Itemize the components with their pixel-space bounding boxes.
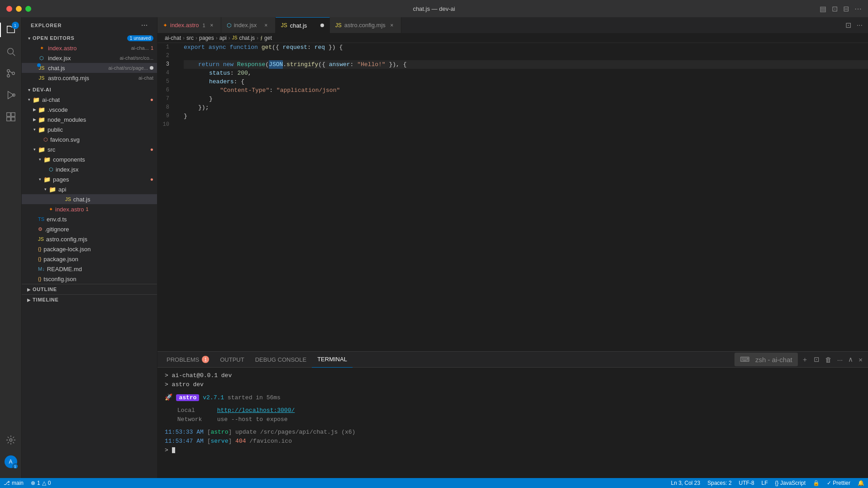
open-editor-index-jsx[interactable]: ⬡ index.jsx ai-chat/src/co...: [22, 53, 157, 63]
line-num-4: 4: [157, 69, 176, 77]
new-terminal-icon[interactable]: ＋: [800, 354, 810, 366]
status-notifications[interactable]: 🔔: [854, 478, 868, 488]
local-url[interactable]: http://localhost:3000/: [217, 407, 295, 414]
folder-components[interactable]: ▾ 📁 components: [22, 154, 157, 164]
tab-close[interactable]: ×: [388, 22, 396, 29]
more-options-icon[interactable]: ···: [141, 22, 148, 29]
activity-search[interactable]: [0, 41, 22, 62]
breadcrumb-get[interactable]: get: [264, 35, 272, 41]
close-button[interactable]: [6, 6, 12, 12]
file-chat-js[interactable]: JS chat.js: [22, 194, 157, 204]
file-index-astro-pages[interactable]: ✦ index.astro 1: [22, 204, 157, 214]
shell-indicator[interactable]: ⌨ zsh - ai-chat: [734, 353, 798, 366]
dev-ai-section[interactable]: ▾ DEV-AI: [22, 85, 157, 95]
layout-icon[interactable]: ⊡: [832, 5, 838, 13]
activity-account[interactable]: A 1: [0, 453, 22, 474]
status-branch[interactable]: ⎇ main: [0, 478, 27, 488]
panel-tab-terminal[interactable]: TERMINAL: [312, 352, 353, 368]
folder-src[interactable]: ▾ 📁 src ●: [22, 144, 157, 154]
activity-settings[interactable]: [0, 429, 22, 451]
file-index-jsx-components[interactable]: ⬡ index.jsx: [22, 164, 157, 174]
network-text: use --host to expose: [217, 416, 288, 423]
astro-badge: astro: [176, 394, 199, 401]
breadcrumb-chat-js[interactable]: chat.js: [239, 35, 255, 41]
breadcrumb-pages[interactable]: pages: [199, 35, 214, 41]
file-favicon-svg[interactable]: ⬡ favicon.svg: [22, 134, 157, 144]
more-icon[interactable]: ···: [835, 354, 845, 365]
breadcrumb-api[interactable]: api: [219, 35, 227, 41]
code-content[interactable]: export async function get({ request: req…: [180, 43, 868, 351]
activity-extensions[interactable]: [0, 106, 22, 128]
more-icon[interactable]: ⋯: [854, 5, 862, 13]
status-prettier[interactable]: ✓ Prettier: [823, 478, 854, 488]
line-num-9: 9: [157, 112, 176, 120]
tab-astro-config[interactable]: JS astro.config.mjs ×: [330, 17, 401, 33]
timeline-header[interactable]: ▶ TIMELINE: [22, 295, 157, 305]
folder-public[interactable]: ▾ 📁 public: [22, 124, 157, 134]
panels-icon[interactable]: ⊟: [843, 5, 849, 13]
activity-explorer[interactable]: 1: [0, 19, 22, 41]
breadcrumb-src[interactable]: src: [186, 35, 194, 41]
more-icon[interactable]: ···: [855, 19, 864, 31]
avatar: A 1: [5, 455, 17, 468]
open-editor-path: ai-chat/src/page...: [109, 65, 148, 71]
terminal-line: > astro dev: [165, 380, 861, 389]
tab-index-astro[interactable]: ✦ index.astro 1 ×: [157, 17, 221, 33]
panel-tab-problems[interactable]: PROBLEMS 1: [161, 352, 215, 368]
code-editor[interactable]: 1 2 3 4 5 6 7 8 9 10 export async functi…: [157, 43, 868, 351]
delete-terminal-icon[interactable]: 🗑: [823, 354, 834, 365]
file-gitignore[interactable]: ⚙ .gitignore: [22, 224, 157, 234]
path-text: /favicon.ico: [249, 438, 292, 445]
file-readme[interactable]: M↓ README.md: [22, 264, 157, 274]
split-terminal-icon[interactable]: ⊡: [812, 354, 821, 365]
status-lock[interactable]: 🔒: [809, 478, 823, 488]
folder-api[interactable]: ▾ 📁 api: [22, 184, 157, 194]
open-editor-astro-config[interactable]: JS astro.config.mjs ai-chat: [22, 73, 157, 83]
folder-vscode[interactable]: ▶ 📁 .vscode: [22, 105, 157, 115]
file-env-dts[interactable]: TS env.d.ts: [22, 214, 157, 224]
tab-label: index.astro: [170, 22, 199, 29]
file-astro-config[interactable]: JS astro.config.mjs: [22, 234, 157, 244]
panel-close-icon[interactable]: ×: [857, 354, 864, 365]
status-spaces[interactable]: Spaces: 2: [704, 478, 735, 488]
file-package-lock[interactable]: {} package-lock.json: [22, 244, 157, 254]
line-num-1: 1: [157, 43, 176, 52]
tab-index-jsx[interactable]: ⬡ index.jsx ×: [221, 17, 276, 33]
minimize-button[interactable]: [16, 6, 22, 12]
breadcrumb-ai-chat[interactable]: ai-chat: [165, 35, 181, 41]
open-editors-section[interactable]: ▾ OPEN EDITORS 1 unsaved: [22, 33, 157, 43]
terminal-line: 🚀 astro v2.7.1 started in 56ms: [165, 393, 861, 402]
maximize-button[interactable]: [25, 6, 31, 12]
split-editor-icon[interactable]: ⊡: [844, 19, 853, 31]
folder-ai-chat[interactable]: ▾ 📁 ai-chat ●: [22, 95, 157, 105]
status-errors[interactable]: ⊗ 1 △ 0: [27, 478, 54, 488]
open-editor-index-astro[interactable]: ✦ index.astro ai-cha... 1: [22, 43, 157, 53]
folder-node-modules[interactable]: ▶ 📁 node_modules: [22, 115, 157, 124]
status-language[interactable]: {} JavaScript: [772, 478, 809, 488]
window-controls[interactable]: [6, 6, 31, 12]
code-line-4: status: 200,: [184, 69, 868, 77]
sidebar-toggle-icon[interactable]: ▤: [820, 5, 826, 13]
tab-close[interactable]: ×: [262, 22, 270, 29]
tab-close[interactable]: ×: [208, 22, 215, 29]
terminal-content[interactable]: > ai-chat@0.0.1 dev > astro dev 🚀 astro …: [157, 368, 868, 478]
open-editor-chat-js[interactable]: JS chat.js ai-chat/src/page...: [22, 63, 157, 73]
status-encoding[interactable]: UTF-8: [735, 478, 758, 488]
outline-header[interactable]: ▶ OUTLINE: [22, 284, 157, 294]
panel-tab-debug[interactable]: DEBUG CONSOLE: [250, 352, 312, 368]
title-bar-actions[interactable]: ▤ ⊡ ⊟ ⋯: [820, 5, 862, 13]
tab-chat-js[interactable]: JS chat.js: [276, 17, 330, 33]
branch-name: main: [12, 480, 24, 486]
panel-up-icon[interactable]: ∧: [846, 354, 855, 365]
sidebar-header-icons[interactable]: ···: [141, 22, 148, 29]
status-eol[interactable]: LF: [758, 478, 772, 488]
activity-run-debug[interactable]: [0, 84, 22, 106]
tab-label: TERMINAL: [317, 356, 347, 363]
file-tsconfig[interactable]: {} tsconfig.json: [22, 274, 157, 284]
panel-tab-output[interactable]: OUTPUT: [215, 352, 249, 368]
activity-source-control[interactable]: [0, 62, 22, 84]
version: v2.7.1: [203, 394, 224, 401]
folder-pages[interactable]: ▾ 📁 pages ●: [22, 174, 157, 184]
status-cursor[interactable]: Ln 3, Col 23: [668, 478, 704, 488]
file-package-json[interactable]: {} package.json: [22, 254, 157, 264]
